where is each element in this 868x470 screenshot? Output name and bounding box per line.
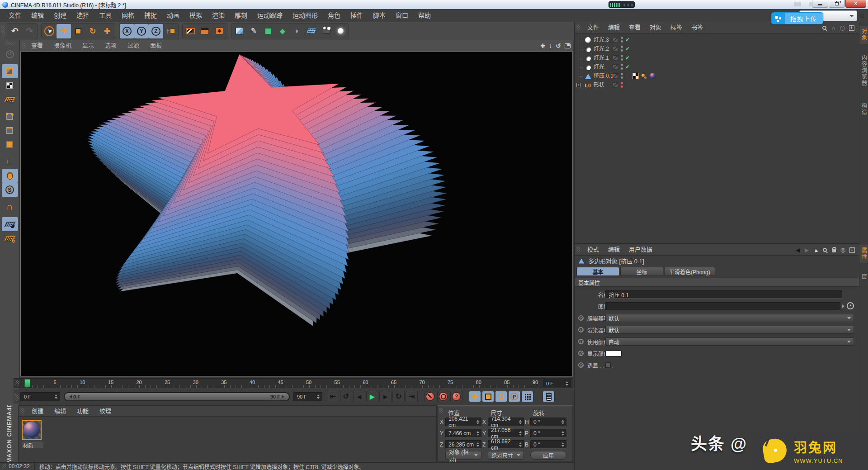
coordinate-mode-dropdown[interactable]: 对象 (相对) [445,451,481,460]
object-menu-item-1[interactable]: 编辑 [604,21,624,34]
new-panel-icon[interactable] [848,24,855,32]
viewport-menu-item-4[interactable]: 过滤 [122,39,145,52]
model-mode-button[interactable] [2,64,18,78]
attribute-menu-item-1[interactable]: 编辑 [604,243,624,256]
panel-grip[interactable] [2,464,6,469]
rotation-b-field[interactable]: 0 ° [530,440,566,449]
object-row-3[interactable]: 灯光✔ [575,62,859,71]
make-editable-button[interactable] [2,47,18,61]
menu-item-5[interactable]: 网格 [117,9,139,22]
display-color-swatch[interactable] [605,351,622,356]
size-mode-dropdown[interactable]: 绝对尺寸 [488,451,524,460]
apply-button[interactable]: 应用 [530,451,566,460]
basic-properties-header[interactable]: 基本属性 [575,278,859,287]
menu-item-6[interactable]: 捕捉 [139,9,162,22]
restore-button[interactable] [829,0,845,8]
close-button[interactable]: × [845,0,866,8]
magnet-snap-button[interactable] [2,200,18,214]
workplane-mode-button[interactable] [2,92,18,106]
value-stepper[interactable] [561,430,565,437]
layer-arrow-icon[interactable] [842,304,846,308]
attribute-menu-item-2[interactable]: 用户数据 [624,243,657,256]
move-tool-button[interactable] [57,24,71,38]
scale-tool-button[interactable] [71,24,85,38]
anim-track-icon[interactable] [578,362,584,368]
menu-item-13[interactable]: 角色 [323,9,345,22]
previous-key-button[interactable] [340,391,352,402]
minimize-button[interactable] [812,0,828,8]
add-spline-modifier-button[interactable] [290,24,304,38]
use-color-dropdown[interactable]: 自动 [605,337,854,346]
material-name-label[interactable]: 材质 [22,442,43,448]
name-input[interactable]: 挤压 0.1 [605,290,842,299]
layer-chip-icon[interactable] [613,46,618,52]
visibility-dots[interactable] [621,82,623,88]
panel-grip[interactable] [22,43,26,49]
enabled-check-icon[interactable]: ✔ [625,53,630,62]
visibility-dots[interactable] [621,46,623,52]
frame-stepper[interactable] [54,393,58,400]
panel-grip[interactable] [576,247,580,253]
object-menu-item-0[interactable]: 文件 [583,21,604,34]
viewport-menu-item-5[interactable]: 面板 [145,39,167,52]
back-icon[interactable] [794,246,802,254]
editor-visibility-dropdown[interactable]: 默认 [605,314,854,322]
new-panel-icon[interactable] [848,246,856,254]
menu-item-16[interactable]: 窗口 [391,9,413,22]
frame-range-bar[interactable]: 0 F 90 F [65,393,289,400]
workplane-snap-button[interactable] [2,217,18,231]
menu-item-2[interactable]: 创建 [49,9,71,22]
object-row-5[interactable]: +形状 [575,81,859,90]
autokeying-button[interactable] [437,391,449,402]
rotation-p-field[interactable]: 0 ° [530,429,566,437]
object-name[interactable]: 灯光.2 [594,44,609,53]
size-z-field[interactable]: 618.692 cm [488,440,524,449]
spline-pen-button[interactable] [246,24,261,38]
menu-item-15[interactable]: 脚本 [368,9,391,22]
add-light-button[interactable] [333,24,348,38]
layer-pick-icon[interactable] [847,302,854,309]
menu-item-12[interactable]: 运动图形 [288,9,323,22]
end-frame-field[interactable]: 90 F [293,392,322,401]
filter-icon[interactable] [839,24,846,32]
material-menu-item-1[interactable]: 编辑 [49,405,71,418]
key-rotation-button[interactable] [495,391,507,402]
object-menu-item-2[interactable]: 查看 [624,21,645,34]
side-tab-属性[interactable]: 属性 [859,245,868,263]
zoom-view-icon[interactable] [549,42,552,49]
layer-chip-icon[interactable] [613,55,618,61]
record-options-button[interactable] [450,391,462,402]
polygons-mode-button[interactable] [2,138,18,152]
side-tab-对象[interactable]: 对象 [859,26,868,44]
playhead-marker[interactable] [24,379,30,387]
object-name[interactable]: 灯光.1 [594,53,609,62]
panel-grip[interactable] [5,42,15,45]
object-menu-item-3[interactable]: 对象 [645,21,666,34]
panel-grip[interactable] [576,24,580,31]
expand-arrow-icon[interactable] [601,351,605,355]
ruler-frame-box[interactable]: 0 F [543,380,571,387]
coordinate-system-button[interactable] [163,24,178,38]
timeline-window-button[interactable] [542,391,555,402]
go-to-start-button[interactable] [327,391,339,402]
key-pla-button[interactable] [521,391,533,402]
side-tab-构造[interactable]: 构造 [859,100,868,118]
texture-mode-button[interactable] [2,78,18,92]
rotate-view-icon[interactable] [556,42,561,49]
render-settings-button[interactable] [212,24,226,38]
anim-track-icon[interactable] [578,327,584,332]
visibility-dots[interactable] [621,73,623,79]
xray-checkbox[interactable] [605,362,611,368]
value-stepper[interactable] [476,441,480,448]
position-y-field[interactable]: 7.466 cm [445,429,481,437]
value-stepper[interactable] [518,418,523,426]
compositing-tag-icon[interactable] [632,73,639,79]
go-to-end-button[interactable] [406,391,418,402]
visibility-dots[interactable] [621,37,623,43]
object-name[interactable]: 挤压 0.1 [594,71,613,81]
position-x-field[interactable]: 106.421 cm [445,418,481,426]
key-position-button[interactable] [469,391,481,402]
add-generator-button[interactable] [261,24,275,38]
material-menu-item-0[interactable]: 创建 [26,405,49,418]
forward-icon[interactable] [803,246,811,254]
